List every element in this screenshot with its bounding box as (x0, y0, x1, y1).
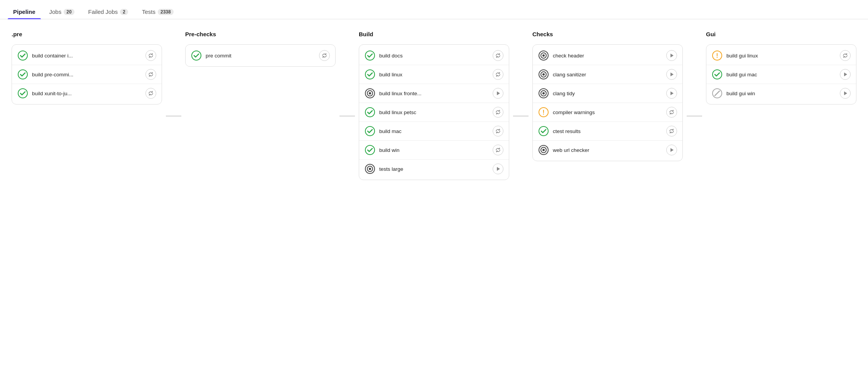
job-row-build-pre-commit[interactable]: build pre-commi... (12, 65, 162, 84)
action-icon-build-gui-win[interactable] (840, 88, 851, 99)
svg-marker-24 (670, 72, 674, 76)
job-name-pre-commit: pre commit (206, 53, 231, 59)
action-icon-build-win[interactable] (493, 145, 503, 155)
tab-label-pipeline: Pipeline (13, 8, 35, 15)
job-left-compiler-warnings: ! compiler warnings (538, 107, 663, 118)
action-icon-build-xunit[interactable] (145, 88, 156, 99)
job-left-build-docs: build docs (365, 50, 490, 61)
tab-failed-jobs[interactable]: Failed Jobs2 (83, 5, 133, 19)
job-row-ctest-results[interactable]: ctest results (533, 122, 682, 141)
job-left-build-linux-petsc: build linux petsc (365, 107, 490, 118)
job-row-build-container[interactable]: build container i... (12, 46, 162, 65)
job-row-build-gui-linux[interactable]: ! build gui linux (706, 46, 856, 65)
action-icon-clang-tidy[interactable] (666, 88, 677, 99)
job-row-build-linux[interactable]: build linux (359, 65, 509, 84)
tab-label-failed-jobs: Failed Jobs (88, 8, 118, 15)
status-icon-build-container (17, 50, 28, 61)
job-left-pre-commit: pre commit (191, 50, 316, 61)
status-icon-ctest-results (538, 126, 549, 136)
job-row-build-docs[interactable]: build docs (359, 46, 509, 65)
job-name-web-url-checker: web url checker (553, 147, 589, 153)
svg-point-11 (365, 126, 375, 136)
col-header-gui: Gui (706, 31, 856, 37)
tab-tests[interactable]: Tests2338 (137, 5, 179, 19)
job-name-check-header: check header (553, 53, 584, 59)
action-icon-build-container[interactable] (145, 50, 156, 61)
status-icon-pre-commit (191, 50, 202, 61)
column-pre-checks: Pre-checks pre commit (181, 31, 339, 67)
action-icon-clang-sanitizer[interactable] (666, 69, 677, 80)
col-header-build: Build (359, 31, 509, 37)
job-left-build-container: build container i... (17, 50, 142, 61)
svg-point-31 (539, 126, 548, 136)
action-icon-pre-commit[interactable] (319, 50, 330, 61)
action-icon-build-linux-fronte[interactable] (493, 88, 503, 99)
col-header-checks: Checks (532, 31, 683, 37)
connector-3 (687, 52, 702, 180)
job-left-web-url-checker: web url checker (538, 145, 663, 155)
connector-0 (166, 52, 181, 180)
job-row-pre-commit[interactable]: pre commit (186, 46, 335, 65)
job-name-build-mac: build mac (379, 128, 402, 134)
action-icon-ctest-results[interactable] (666, 126, 677, 136)
col-header-pre: .pre (12, 31, 162, 37)
svg-point-19 (542, 54, 545, 57)
jobs-group-gui: ! build gui linux build gui mac build gu… (706, 44, 856, 104)
job-row-build-win[interactable]: build win (359, 141, 509, 160)
action-icon-build-gui-linux[interactable] (840, 50, 851, 61)
action-icon-build-gui-mac[interactable] (840, 69, 851, 80)
action-icon-check-header[interactable] (666, 50, 677, 61)
job-name-tests-large: tests large (379, 166, 403, 172)
status-icon-clang-tidy (538, 88, 549, 99)
action-icon-tests-large[interactable] (493, 163, 503, 174)
svg-point-0 (18, 51, 27, 60)
job-row-build-linux-petsc[interactable]: build linux petsc (359, 103, 509, 122)
job-row-check-header[interactable]: check header (533, 46, 682, 65)
action-icon-build-pre-commit[interactable] (145, 69, 156, 80)
job-name-build-docs: build docs (379, 53, 403, 59)
job-row-build-mac[interactable]: build mac (359, 122, 509, 141)
pipeline-content: .pre build container i... build pre-comm… (0, 19, 868, 188)
job-left-clang-sanitizer: clang sanitizer (538, 69, 663, 80)
status-icon-build-linux-petsc (365, 107, 375, 118)
action-icon-build-linux-petsc[interactable] (493, 107, 503, 118)
action-icon-build-mac[interactable] (493, 126, 503, 136)
status-icon-build-gui-win (712, 88, 723, 99)
job-row-compiler-warnings[interactable]: ! compiler warnings (533, 103, 682, 122)
svg-marker-16 (497, 167, 500, 171)
svg-point-15 (369, 168, 371, 170)
job-row-build-gui-win[interactable]: build gui win (706, 84, 856, 103)
svg-marker-42 (844, 91, 847, 95)
job-name-build-linux-petsc: build linux petsc (379, 110, 416, 115)
job-row-build-xunit[interactable]: build xunit-to-ju... (12, 84, 162, 103)
jobs-group-build: build docs build linux build linux front… (359, 44, 509, 180)
status-icon-check-header (538, 50, 549, 61)
job-name-build-gui-linux: build gui linux (726, 53, 758, 59)
job-left-build-linux-fronte: build linux fronte... (365, 88, 490, 99)
status-icon-build-mac (365, 126, 375, 136)
connector-2 (513, 52, 529, 180)
job-row-clang-tidy[interactable]: clang tidy (533, 84, 682, 103)
tabs-bar: PipelineJobs20Failed Jobs2Tests2338 (0, 0, 868, 19)
action-icon-compiler-warnings[interactable] (666, 107, 677, 118)
action-icon-web-url-checker[interactable] (666, 145, 677, 155)
job-row-tests-large[interactable]: tests large (359, 160, 509, 178)
tab-jobs[interactable]: Jobs20 (44, 5, 80, 19)
status-icon-build-xunit (17, 88, 28, 99)
tab-badge-failed-jobs: 2 (120, 9, 128, 15)
svg-marker-39 (844, 72, 847, 76)
job-left-build-mac: build mac (365, 126, 490, 136)
svg-point-10 (365, 108, 375, 117)
tab-label-tests: Tests (142, 8, 155, 15)
tab-pipeline[interactable]: Pipeline (8, 5, 41, 19)
svg-marker-9 (497, 91, 500, 95)
job-row-build-gui-mac[interactable]: build gui mac (706, 65, 856, 84)
job-row-clang-sanitizer[interactable]: clang sanitizer (533, 65, 682, 84)
job-row-web-url-checker[interactable]: web url checker (533, 141, 682, 159)
action-icon-build-linux[interactable] (493, 69, 503, 80)
action-icon-build-docs[interactable] (493, 50, 503, 61)
job-name-build-gui-win: build gui win (726, 91, 755, 96)
status-icon-build-gui-linux: ! (712, 50, 723, 61)
job-name-build-linux: build linux (379, 72, 402, 77)
job-row-build-linux-fronte[interactable]: build linux fronte... (359, 84, 509, 103)
